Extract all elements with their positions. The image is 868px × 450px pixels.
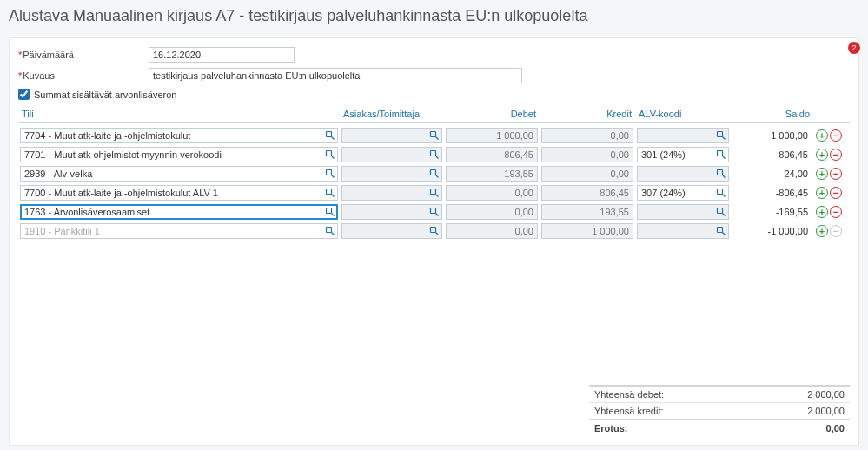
balance-value: -806,45 — [731, 187, 813, 199]
total-diff-label: Erotus: — [594, 423, 628, 433]
add-row-button[interactable]: + — [816, 129, 828, 142]
balance-value: -24,00 — [731, 168, 813, 180]
add-row-button[interactable]: + — [816, 225, 828, 237]
credit-input[interactable] — [541, 128, 633, 143]
debit-input[interactable] — [446, 223, 538, 239]
total-debit-value: 2 000,00 — [807, 389, 845, 400]
balance-value: 1 000,00 — [731, 129, 813, 142]
vat-input[interactable] — [637, 223, 729, 239]
total-credit-value: 2 000,00 — [807, 406, 845, 416]
account-input[interactable] — [20, 147, 338, 162]
delete-row-button[interactable]: − — [830, 149, 842, 161]
table-row: -24,00+− — [18, 165, 850, 182]
table-row: -169,55+− — [18, 203, 850, 221]
account-input[interactable] — [20, 128, 338, 143]
vat-included-checkbox[interactable] — [18, 89, 30, 100]
party-input[interactable] — [341, 185, 442, 201]
balance-value: -169,55 — [731, 206, 813, 218]
col-vat: ALV-koodi — [635, 109, 731, 119]
balance-value: 806,45 — [731, 149, 813, 161]
col-debit: Debet — [444, 109, 540, 119]
party-input[interactable] — [341, 128, 442, 143]
col-credit: Kredit — [540, 109, 635, 119]
table-row: 806,45+− — [18, 146, 850, 163]
account-input[interactable] — [20, 185, 338, 201]
col-account: Tili — [18, 109, 340, 119]
col-party: Asiakas/Toimittaja — [340, 109, 444, 119]
party-input[interactable] — [341, 204, 442, 220]
add-row-button[interactable]: + — [816, 168, 828, 180]
vat-input[interactable] — [637, 128, 729, 143]
total-diff-value: 0,00 — [826, 423, 845, 433]
table-row: 1 000,00+− — [18, 127, 850, 144]
debit-input[interactable] — [446, 185, 538, 201]
table-row: -806,45+− — [18, 184, 850, 202]
debit-input[interactable] — [446, 147, 538, 162]
add-row-button[interactable]: + — [816, 187, 828, 199]
credit-input[interactable] — [541, 204, 633, 220]
page-title: Alustava Manuaalinen kirjaus A7 - testik… — [9, 7, 859, 25]
add-row-button[interactable]: + — [816, 149, 828, 161]
notification-badge[interactable]: 2 — [848, 42, 860, 54]
table-row: -1 000,00+− — [18, 222, 850, 240]
credit-input[interactable] — [541, 147, 633, 162]
account-input[interactable] — [20, 223, 338, 239]
add-row-button[interactable]: + — [816, 206, 828, 218]
delete-row-button[interactable]: − — [830, 187, 842, 199]
party-input[interactable] — [341, 166, 442, 182]
delete-row-button[interactable]: − — [830, 168, 842, 180]
totals-panel: Yhteensä debet: 2 000,00 Yhteensä kredit… — [589, 385, 850, 436]
debit-input[interactable] — [446, 204, 538, 220]
account-input[interactable] — [20, 204, 338, 220]
vat-input[interactable] — [637, 204, 729, 220]
party-input[interactable] — [341, 147, 442, 162]
party-input[interactable] — [341, 223, 442, 239]
vat-input[interactable] — [637, 185, 729, 201]
debit-input[interactable] — [446, 166, 538, 182]
form-panel: 2 *Päivämäärä *Kuvaus Summat sisältävät … — [9, 37, 859, 446]
vat-input[interactable] — [637, 166, 729, 182]
balance-value: -1 000,00 — [731, 225, 813, 237]
date-label: *Päivämäärä — [18, 50, 149, 60]
delete-row-button[interactable]: − — [830, 206, 842, 218]
description-input[interactable] — [149, 68, 522, 83]
vat-included-label: Summat sisältävät arvonlisäveron — [34, 89, 176, 100]
desc-label: *Kuvaus — [18, 70, 149, 81]
col-balance: Saldo — [731, 109, 813, 119]
account-input[interactable] — [20, 166, 338, 182]
debit-input[interactable] — [446, 128, 538, 143]
credit-input[interactable] — [541, 223, 633, 239]
total-credit-label: Yhteensä kredit: — [594, 406, 664, 416]
credit-input[interactable] — [541, 166, 633, 182]
date-input[interactable] — [149, 47, 295, 63]
vat-input[interactable] — [637, 147, 729, 162]
delete-row-button: − — [830, 225, 842, 237]
lines-grid: Tili Asiakas/Toimittaja Debet Kredit ALV… — [18, 109, 850, 240]
credit-input[interactable] — [541, 185, 633, 201]
total-debit-label: Yhteensä debet: — [594, 389, 664, 400]
delete-row-button[interactable]: − — [830, 129, 842, 142]
